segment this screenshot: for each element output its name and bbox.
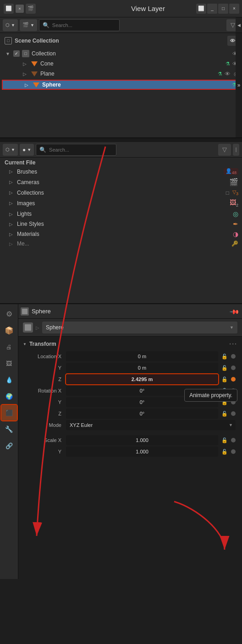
location-z-dot[interactable] (231, 377, 236, 382)
tab-close-button[interactable]: × (16, 5, 24, 13)
scale-y-value[interactable]: 1.000 (66, 447, 218, 457)
linestyles-label: Line Styles (17, 221, 229, 227)
collection-folder-icon: □ (22, 50, 29, 57)
object-icon (21, 307, 29, 316)
extra-filter-btn[interactable]: | (233, 144, 239, 156)
plane-eye-icon[interactable]: 👁 (225, 71, 231, 77)
data-item-collections[interactable]: ▷ Collections □ ▽3 (0, 188, 242, 197)
location-x-lock[interactable]: 🔓 (220, 352, 229, 361)
plane-icon (31, 70, 38, 77)
nav-scene[interactable]: 📦 (1, 322, 17, 338)
close-button[interactable]: × (229, 4, 239, 14)
expand-arrow: ▼ (6, 51, 11, 56)
breadcrumb-arrow: ▷ (36, 325, 39, 330)
properties-main: ▷ Sphere ▼ ▼ Transform ··· Location X 0 … (18, 319, 242, 457)
sphere-icon (33, 81, 40, 88)
new-tab-icon[interactable]: ⬜ (196, 4, 206, 14)
search-wrap: 🔍 (39, 19, 225, 31)
view-mode-btn[interactable]: ⬡ ▼ (3, 19, 18, 31)
location-z-lock[interactable]: 🔓 (220, 375, 229, 384)
collection-row[interactable]: ▼ ✓ □ Collection 👁 (0, 49, 242, 59)
data-item-more[interactable]: ▷ Me... 🔑 (0, 239, 242, 248)
scale-x-value[interactable]: 1.000 (66, 435, 218, 445)
scale-y-label: Y (25, 449, 66, 454)
outliner2-toolbar: ⬡ ▼ ● ▼ 🔍 ▽ | (0, 142, 242, 158)
outliner-item-plane[interactable]: ▷ Plane ⚗ 👁 ◎ (0, 69, 242, 79)
collections-tri-icon: ▽3 (232, 189, 238, 196)
sidebar-nav: ⚙ 📦 🖨 🖼 💧 🌍 ⬛ 🔧 🔗 (0, 304, 18, 579)
maximize-button[interactable]: □ (218, 4, 228, 14)
object-field-name: Sphere (46, 324, 64, 331)
nav-constraint[interactable]: 🔗 (1, 438, 17, 453)
data-item-brushes[interactable]: ▷ Brushes 👤48 (0, 167, 242, 176)
location-y-dot[interactable] (231, 366, 236, 370)
scale-y-row: Y 1.000 🔓 (18, 447, 242, 457)
tab-icon: 🎬 (26, 4, 36, 14)
plane-filter-icon: ⚗ (218, 71, 222, 77)
location-y-value[interactable]: 0 m (66, 363, 218, 373)
transform-title: ▼ Transform ··· (23, 340, 237, 348)
data-item-linestyles[interactable]: ▷ Line Styles ✒ (0, 219, 242, 229)
rotation-x-label: Rotation X (25, 388, 66, 393)
search-input[interactable] (39, 19, 120, 31)
cameras-icon: 🎬 (229, 178, 238, 186)
images-label: Images (17, 200, 226, 207)
collections-icon: □ (226, 190, 229, 196)
transform-menu-dots[interactable]: ··· (229, 340, 237, 348)
location-y-lock[interactable]: 🔓 (220, 363, 229, 372)
nav-material-drops[interactable]: 💧 (1, 372, 17, 387)
scene-collection-label: Scene Collection (15, 38, 59, 44)
current-file-header: Current File (0, 158, 242, 167)
data-item-lights[interactable]: ▷ Lights ◎ (0, 209, 242, 219)
scale-y-dot[interactable] (231, 449, 236, 454)
location-z-row: Z 2.4295 m 🔓 (23, 374, 237, 384)
location-x-value[interactable]: 0 m (66, 351, 218, 361)
minimize-button[interactable]: _ (207, 4, 217, 14)
scene-icon: □ (5, 37, 12, 44)
nav-object[interactable]: ⬛ (1, 405, 17, 420)
location-z-value[interactable]: 2.4295 m (66, 374, 218, 384)
nav-tools[interactable]: ⚙ (1, 306, 17, 322)
nav-view[interactable]: 🖼 (1, 355, 17, 371)
rotation-z-value[interactable]: 0° (66, 409, 218, 419)
nav-modifier[interactable]: 🔧 (1, 421, 17, 437)
rotation-mode-row: Mode XYZ Euler ▼ (23, 420, 237, 430)
rotation-z-row: Z 0° 🔓 (23, 409, 237, 419)
search-input2[interactable] (36, 144, 116, 156)
location-x-dot[interactable] (231, 354, 236, 359)
rotation-mode-label: Mode (25, 422, 66, 428)
object-type-header: ▷ Sphere ▼ (18, 319, 242, 337)
prop-header: ⊞ ▼ Sphere 📌 (0, 304, 242, 319)
data-item-materials[interactable]: ▷ Materials ◑ (0, 229, 242, 239)
scale-x-label: Scale X (25, 437, 66, 443)
nav-render[interactable]: 🖨 (1, 339, 17, 355)
data-item-cameras[interactable]: ▷ Cameras 🎬 (0, 176, 242, 188)
scale-y-lock[interactable]: 🔓 (220, 447, 229, 456)
location-y-row: Y 0 m 🔓 (23, 363, 237, 373)
lights-icon: ◎ (233, 210, 238, 218)
scale-x-dot[interactable] (231, 438, 236, 442)
outliner1-collapse-button[interactable]: » (236, 33, 242, 137)
transform-label: Transform (29, 341, 56, 347)
filter-mode-btn[interactable]: 🎬 ▼ (20, 19, 37, 31)
rotation-z-lock[interactable]: 🔓 (220, 409, 229, 418)
scale-x-lock[interactable]: 🔓 (220, 436, 229, 445)
rotation-z-label: Z (25, 411, 66, 416)
nav-world[interactable]: 🌍 (1, 388, 17, 404)
data-item-images[interactable]: ▷ Images 🖼2 (0, 197, 242, 209)
filter-button2[interactable]: ▽ (218, 144, 231, 156)
search-wrap2: 🔍 (36, 144, 216, 156)
more-item-label: Me... (17, 240, 227, 247)
rotation-z-dot[interactable] (231, 411, 236, 416)
outliner-item-sphere[interactable]: ▷ Sphere ⚗ (2, 80, 240, 90)
blender-icon-btn[interactable]: ● ▼ (20, 144, 34, 156)
scene-collection-header: □ Scene Collection 👁 (0, 33, 242, 49)
view-mode-btn2[interactable]: ⬡ ▼ (3, 144, 18, 156)
panel-collapse-button[interactable]: ◀ (236, 17, 242, 33)
outliner-item-cone[interactable]: ▷ Cone ⚗ 👁 (0, 59, 242, 69)
object-name-field[interactable]: Sphere ▼ (42, 322, 237, 333)
data-browser-panel: Current File ▷ Brushes 👤48 ▷ Cameras 🎬 ▷… (0, 158, 242, 304)
pin-icon[interactable]: 📌 (229, 306, 240, 317)
collection-checkbox[interactable]: ✓ (13, 50, 20, 57)
rotation-mode-value[interactable]: XYZ Euler ▼ (66, 420, 236, 430)
